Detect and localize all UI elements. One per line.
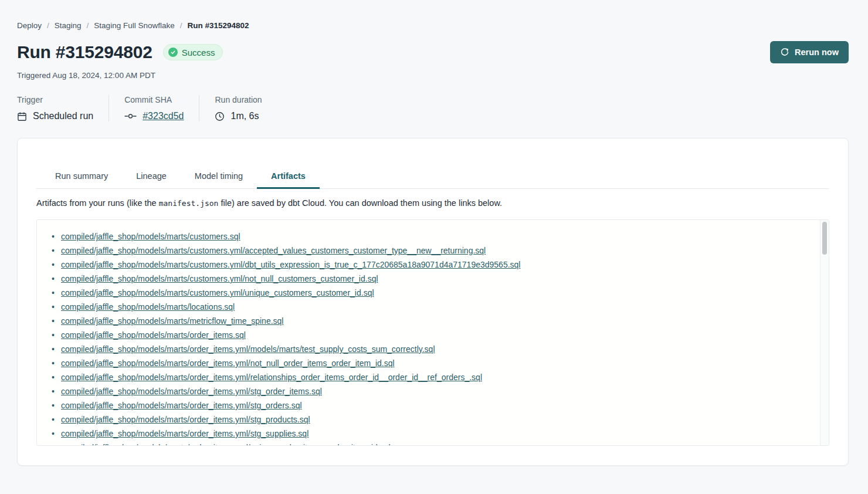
tab-model-timing[interactable]: Model timing	[181, 164, 257, 189]
meta-trigger: Trigger Scheduled run	[17, 95, 108, 121]
meta-commit-label: Commit SHA	[124, 95, 184, 104]
artifact-download-link[interactable]: compiled/jaffle_shop/models/marts/metric…	[61, 316, 283, 326]
meta-trigger-value: Scheduled run	[33, 111, 93, 121]
check-circle-icon	[168, 48, 178, 57]
status-badge-label: Success	[182, 48, 215, 57]
tab-lineage[interactable]: Lineage	[122, 164, 181, 189]
artifact-download-link[interactable]: compiled/jaffle_shop/models/marts/order_…	[61, 344, 435, 354]
triggered-timestamp: Triggered Aug 18, 2024, 12:00 AM PDT	[17, 71, 849, 80]
meta-duration-value: 1m, 6s	[230, 111, 259, 121]
artifact-download-link[interactable]: compiled/jaffle_shop/models/marts/locati…	[61, 302, 235, 312]
artifact-list-item: compiled/jaffle_shop/models/marts/custom…	[37, 258, 811, 272]
calendar-icon	[17, 111, 27, 121]
artifact-list: compiled/jaffle_shop/models/marts/custom…	[37, 220, 829, 446]
artifact-list-item: compiled/jaffle_shop/models/marts/order_…	[37, 398, 811, 412]
breadcrumb-job[interactable]: Staging Full Snowflake	[94, 21, 174, 30]
artifact-download-link[interactable]: compiled/jaffle_shop/models/marts/order_…	[61, 358, 395, 368]
artifacts-description-before: Artifacts from your runs (like the	[36, 198, 159, 208]
artifact-download-link[interactable]: compiled/jaffle_shop/models/marts/order_…	[61, 373, 482, 382]
tab-artifacts[interactable]: Artifacts	[257, 164, 320, 189]
commit-sha-link[interactable]: #323cd5d	[143, 111, 184, 121]
artifact-list-item: compiled/jaffle_shop/models/marts/custom…	[37, 229, 811, 243]
meta-trigger-label: Trigger	[17, 95, 93, 104]
breadcrumb-staging[interactable]: Staging	[55, 21, 82, 30]
rerun-now-button[interactable]: Rerun now	[770, 41, 849, 63]
run-detail-card: Run summary Lineage Model timing Artifac…	[17, 138, 849, 466]
breadcrumb-deploy[interactable]: Deploy	[17, 21, 42, 30]
artifact-download-link[interactable]: compiled/jaffle_shop/models/marts/order_…	[61, 443, 391, 446]
meta-duration-label: Run duration	[215, 95, 262, 104]
header-row: Run #315294802 Success Rerun now	[17, 41, 849, 63]
artifact-list-item: compiled/jaffle_shop/models/marts/order_…	[37, 328, 811, 342]
artifacts-description: Artifacts from your runs (like the manif…	[36, 198, 829, 208]
artifact-list-item: compiled/jaffle_shop/models/marts/custom…	[37, 243, 811, 258]
run-meta-row: Trigger Scheduled run Commit SHA	[17, 95, 849, 121]
artifact-download-link[interactable]: compiled/jaffle_shop/models/marts/custom…	[61, 288, 374, 297]
breadcrumb-separator: /	[87, 21, 89, 30]
artifact-download-link[interactable]: compiled/jaffle_shop/models/marts/order_…	[61, 387, 322, 396]
artifact-list-item: compiled/jaffle_shop/models/marts/locati…	[37, 300, 811, 314]
git-commit-icon	[124, 111, 137, 121]
scrollbar-track[interactable]	[820, 220, 829, 445]
meta-commit: Commit SHA #323cd5d	[108, 95, 199, 121]
artifact-list-item: compiled/jaffle_shop/models/marts/custom…	[37, 286, 811, 300]
artifact-list-item: compiled/jaffle_shop/models/marts/order_…	[37, 370, 811, 384]
artifact-list-item: compiled/jaffle_shop/models/marts/order_…	[37, 342, 811, 356]
page-title: Run #315294802	[17, 42, 152, 62]
artifact-list-item: compiled/jaffle_shop/models/marts/order_…	[37, 412, 811, 427]
breadcrumb-separator: /	[180, 21, 182, 30]
tab-bar: Run summary Lineage Model timing Artifac…	[36, 164, 829, 189]
artifact-list-item: compiled/jaffle_shop/models/marts/order_…	[37, 441, 811, 446]
manifest-json-code: manifest.json	[159, 199, 219, 208]
artifact-download-link[interactable]: compiled/jaffle_shop/models/marts/custom…	[61, 260, 520, 269]
artifact-download-link[interactable]: compiled/jaffle_shop/models/marts/order_…	[61, 429, 308, 438]
run-detail-page: Deploy / Staging / Staging Full Snowflak…	[0, 21, 868, 466]
breadcrumb: Deploy / Staging / Staging Full Snowflak…	[17, 21, 849, 30]
status-badge: Success	[163, 44, 223, 60]
refresh-icon	[780, 48, 789, 57]
artifact-list-item: compiled/jaffle_shop/models/marts/custom…	[37, 272, 811, 286]
clock-icon	[215, 111, 225, 121]
scrollbar-thumb[interactable]	[822, 222, 827, 255]
breadcrumb-separator: /	[47, 21, 49, 30]
rerun-now-label: Rerun now	[795, 48, 839, 57]
artifact-list-item: compiled/jaffle_shop/models/marts/order_…	[37, 427, 811, 441]
artifact-download-link[interactable]: compiled/jaffle_shop/models/marts/custom…	[61, 274, 378, 283]
artifact-download-link[interactable]: compiled/jaffle_shop/models/marts/order_…	[61, 415, 310, 424]
artifacts-description-after: file) are saved by dbt Cloud. You can do…	[218, 198, 502, 208]
artifact-download-link[interactable]: compiled/jaffle_shop/models/marts/order_…	[61, 401, 302, 410]
artifact-download-link[interactable]: compiled/jaffle_shop/models/marts/order_…	[61, 330, 246, 340]
artifact-list-item: compiled/jaffle_shop/models/marts/metric…	[37, 314, 811, 328]
artifact-list-item: compiled/jaffle_shop/models/marts/order_…	[37, 384, 811, 398]
meta-duration: Run duration 1m, 6s	[199, 95, 277, 121]
artifact-list-box: compiled/jaffle_shop/models/marts/custom…	[36, 219, 829, 446]
artifact-list-item: compiled/jaffle_shop/models/marts/order_…	[37, 356, 811, 370]
artifact-download-link[interactable]: compiled/jaffle_shop/models/marts/custom…	[61, 246, 486, 255]
artifact-download-link[interactable]: compiled/jaffle_shop/models/marts/custom…	[61, 232, 240, 241]
breadcrumb-current-run: Run #315294802	[187, 21, 249, 30]
tab-run-summary[interactable]: Run summary	[41, 164, 122, 189]
